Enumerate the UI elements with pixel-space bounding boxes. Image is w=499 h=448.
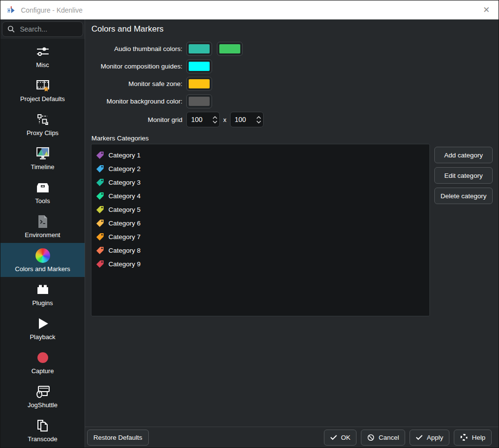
filmstrip-icon [36,78,50,93]
cancel-button-label: Cancel [378,434,399,441]
tag-icon [96,178,104,187]
spin-down-icon[interactable] [213,121,217,123]
list-item-category-1[interactable]: Category 1 [91,148,429,162]
sidebar-item-environment[interactable]: Environment [0,209,85,243]
list-item-category-4[interactable]: Category 4 [91,189,429,203]
check-icon [330,434,337,440]
sidebar-item-timeline[interactable]: Timeline [0,141,85,175]
spin-down-icon[interactable] [256,121,261,123]
settings-nav: Misc Project Defaults [0,39,85,448]
help-icon [460,433,468,441]
category-label: Category 9 [108,260,141,268]
category-label: Category 5 [108,206,141,213]
settings-sidebar: Misc Project Defaults [0,19,85,448]
search-input[interactable] [20,25,78,33]
spin-up-icon[interactable] [256,116,261,119]
grid-width-input[interactable] [191,116,208,123]
list-item-category-9[interactable]: Category 9 [91,257,429,271]
sidebar-item-colors-and-markers[interactable]: Colors and Markers [0,243,85,277]
record-icon [36,350,50,365]
safe-zone-swatch[interactable] [186,77,212,91]
sidebar-item-label: Plugins [32,299,53,307]
sidebar-item-jogshuttle[interactable]: JogShuttle [0,379,85,413]
monitor-grid-label: Monitor grid [87,116,182,123]
sidebar-item-project-defaults[interactable]: Project Defaults [0,73,85,107]
search-box [2,21,83,37]
sidebar-item-label: JogShuttle [28,401,57,409]
restore-defaults-button[interactable]: Restore Defaults [87,430,149,446]
page-title: Colors and Markers [85,19,499,39]
composition-guides-label: Monitor composition guides: [87,63,182,70]
composition-guides-swatch[interactable] [186,59,212,73]
audio-color-1-fill [189,44,210,53]
tag-icon [96,260,104,268]
category-label: Category 3 [108,179,141,186]
sidebar-item-label: Transcode [28,435,57,443]
list-item-category-2[interactable]: Category 2 [91,162,429,175]
sidebar-item-label: Environment [25,231,60,239]
safe-zone-fill [189,79,210,88]
edit-category-button[interactable]: Edit category [434,167,493,184]
safe-zone-row: Monitor safe zone: [85,77,499,91]
sidebar-item-plugins[interactable]: Plugins [0,277,85,311]
monitor-icon [35,146,51,161]
safe-zone-label: Monitor safe zone: [87,80,182,87]
list-item-category-5[interactable]: Category 5 [91,203,429,216]
ok-button[interactable]: OK [324,430,357,446]
tag-icon [96,165,104,173]
grid-height-input[interactable] [235,116,251,123]
sidebar-item-misc[interactable]: Misc [0,39,85,73]
play-icon [36,316,50,331]
help-button[interactable]: Help [454,430,492,446]
cancel-button[interactable]: Cancel [361,430,405,446]
apply-button-label: Apply [427,434,443,441]
list-item-category-7[interactable]: Category 7 [91,230,429,243]
sidebar-item-transcode[interactable]: Transcode [0,413,85,447]
category-label: Category 6 [108,220,141,227]
audio-thumbnail-colors-label: Audio thumbnail colors: [87,45,182,52]
ok-button-label: OK [341,434,351,441]
delete-category-button[interactable]: Delete category [434,188,493,204]
help-button-label: Help [472,434,485,441]
audio-color-2-fill [219,44,240,53]
monitor-background-swatch[interactable] [186,94,212,108]
list-item-category-3[interactable]: Category 3 [91,175,429,189]
sidebar-item-proxy-clips[interactable]: Proxy Clips [0,107,85,141]
categories-list[interactable]: Category 1 Category 2 Cate [91,144,430,316]
tag-icon [96,246,104,255]
apply-button[interactable]: Apply [410,430,449,446]
sidebar-item-capture[interactable]: Capture [0,345,85,379]
tag-icon [96,233,104,241]
close-button[interactable]: ✕ [479,3,494,17]
sidebar-item-label: Proxy Clips [27,129,59,137]
category-label: Category 4 [108,192,141,200]
search-strip [0,19,85,39]
sidebar-item-label: Misc [36,61,49,69]
colors-markers-panel: Audio thumbnail colors: Monitor composit… [85,39,499,427]
sidebar-item-tools[interactable]: Tools [0,175,85,209]
composition-guides-fill [189,62,210,71]
jogshuttle-icon [35,384,51,399]
configure-dialog: Configure - Kdenlive ✕ [0,0,499,448]
list-item-category-6[interactable]: Category 6 [91,216,429,230]
list-item-category-8[interactable]: Category 8 [91,243,429,257]
tag-icon [96,206,104,214]
tag-icon [96,151,104,159]
dialog-button-bar: Restore Defaults OK Cancel Apply [85,427,499,448]
sidebar-item-playback[interactable]: Playback [0,311,85,345]
spin-up-icon[interactable] [213,116,217,119]
composition-guides-row: Monitor composition guides: [85,59,499,73]
kdenlive-logo-icon [6,5,16,15]
monitor-background-fill [189,97,210,106]
toolbox-icon [36,180,50,195]
plugin-icon [36,282,50,297]
tag-icon [96,219,104,227]
monitor-grid-row: Monitor grid x [85,112,499,127]
color-wheel-icon [36,248,50,263]
add-category-button[interactable]: Add category [434,147,493,163]
audio-color-2-swatch[interactable] [217,42,243,56]
transcode-icon [36,418,50,433]
grid-width-spinbox [186,112,220,127]
audio-color-1-swatch[interactable] [186,42,212,56]
markers-categories-label: Markers Categories [91,135,499,142]
